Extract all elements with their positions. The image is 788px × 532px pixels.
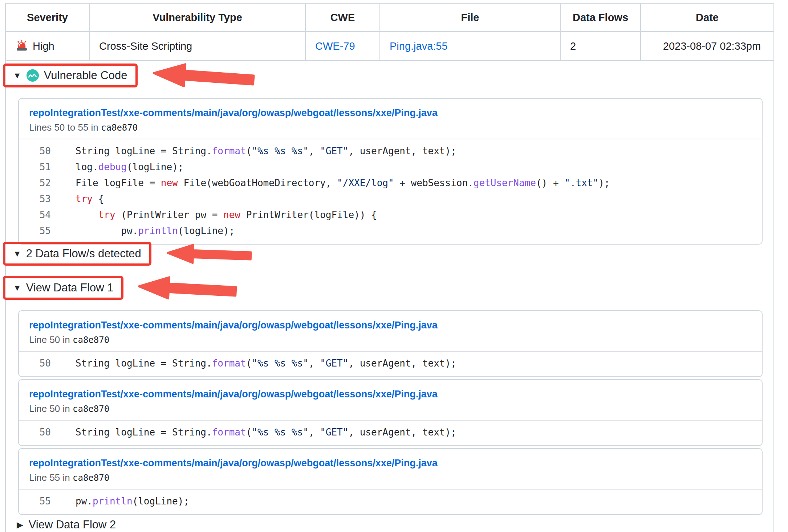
data-flow-step-panel: repoIntegrationTest/xxe-comments/main/ja…	[18, 310, 763, 377]
commit-hash: ca8e870	[73, 335, 109, 345]
table-row: High Cross-Site Scripting CWE-79 Ping.ja…	[5, 32, 774, 61]
header-data-flows: Data Flows	[560, 3, 641, 32]
code-text: File logFile = new File(webGoatHomeDirec…	[51, 175, 610, 191]
line-info: Lines 50 to 55 in ca8e870	[29, 122, 752, 134]
annotation-highlight-box: ▼ 2 Data Flow/s detected	[3, 242, 151, 266]
vulnerability-report: Severity Vulnerability Type CWE File Dat…	[5, 3, 774, 532]
code-area: 55pw.println(logLine);	[19, 490, 762, 514]
section-label: 2 Data Flow/s detected	[26, 247, 141, 260]
line-number: 55	[19, 493, 51, 509]
header-severity: Severity	[5, 3, 89, 32]
vulnerability-summary-table: Severity Vulnerability Type CWE File Dat…	[5, 3, 774, 61]
red-arrow-icon	[166, 241, 252, 268]
code-line: 52File logFile = new File(webGoatHomeDir…	[19, 175, 762, 191]
file-link[interactable]: Ping.java:55	[390, 40, 448, 52]
code-text: String logLine = String.format("%s %s %s…	[51, 143, 456, 159]
code-text: pw.println(logLine);	[51, 493, 189, 509]
view-data-flow-2-section-header: ▶ View Data Flow 2	[17, 518, 116, 531]
file-path-link[interactable]: repoIntegrationTest/xxe-comments/main/ja…	[29, 319, 752, 331]
code-text: try (PrintWriter pw = new PrintWriter(lo…	[51, 207, 377, 223]
cwe-cell: CWE-79	[305, 32, 380, 61]
file-cell: Ping.java:55	[380, 32, 560, 61]
line-info: Line 55 in ca8e870	[29, 472, 752, 484]
mend-logo-icon	[26, 69, 39, 82]
file-path-link[interactable]: repoIntegrationTest/xxe-comments/main/ja…	[29, 107, 752, 119]
data-flows-section-header: ▼ 2 Data Flow/s detected	[3, 242, 151, 266]
header-file: File	[380, 3, 560, 32]
annotation-highlight-box: ▼ View Data Flow 1	[3, 276, 123, 300]
file-path-link[interactable]: repoIntegrationTest/xxe-comments/main/ja…	[29, 457, 752, 469]
cwe-link[interactable]: CWE-79	[315, 40, 355, 52]
triangle-right-icon: ▶	[17, 521, 23, 529]
code-line: 55pw.println(logLine);	[19, 493, 762, 509]
code-line: 54 try (PrintWriter pw = new PrintWriter…	[19, 207, 762, 223]
triangle-down-icon: ▼	[13, 71, 21, 80]
line-number: 50	[19, 143, 51, 159]
line-number: 50	[19, 355, 51, 371]
code-line: 50String logLine = String.format("%s %s …	[19, 143, 762, 159]
file-path-link[interactable]: repoIntegrationTest/xxe-comments/main/ja…	[29, 388, 752, 400]
siren-icon	[15, 40, 28, 52]
red-arrow-icon	[152, 60, 256, 93]
table-header-row: Severity Vulnerability Type CWE File Dat…	[5, 3, 774, 32]
severity-value: High	[33, 40, 54, 52]
line-number: 54	[19, 207, 51, 223]
severity-cell: High	[5, 32, 89, 61]
vulnerability-type-cell: Cross-Site Scripting	[89, 32, 305, 61]
code-panel-header: repoIntegrationTest/xxe-comments/main/ja…	[19, 380, 762, 420]
code-text: try {	[51, 191, 104, 207]
line-info: Line 50 in ca8e870	[29, 334, 752, 346]
section-label: View Data Flow 1	[26, 281, 114, 294]
red-arrow-icon	[134, 274, 241, 304]
vulnerable-code-section-header: ▼ Vulnerable Code	[3, 64, 138, 87]
code-text: pw.println(logLine);	[51, 223, 235, 239]
code-area: 50String logLine = String.format("%s %s …	[19, 352, 762, 376]
line-number: 51	[19, 159, 51, 175]
vulnerable-code-panel: repoIntegrationTest/xxe-comments/main/ja…	[18, 98, 763, 245]
annotation-highlight-box: ▼ Vulnerable Code	[3, 64, 138, 87]
code-panel-header: repoIntegrationTest/xxe-comments/main/ja…	[19, 311, 762, 351]
code-text: log.debug(logLine);	[51, 159, 183, 175]
code-text: String logLine = String.format("%s %s %s…	[51, 355, 456, 371]
header-cwe: CWE	[305, 3, 380, 32]
triangle-down-icon: ▼	[13, 250, 21, 258]
line-number: 50	[19, 424, 51, 440]
code-area: 50String logLine = String.format("%s %s …	[19, 139, 762, 244]
line-number: 52	[19, 175, 51, 191]
line-number: 53	[19, 191, 51, 207]
header-date: Date	[641, 3, 774, 32]
triangle-down-icon: ▼	[13, 284, 21, 292]
commit-hash: ca8e870	[73, 473, 109, 483]
commit-hash: ca8e870	[73, 404, 109, 414]
commit-hash: ca8e870	[101, 123, 138, 133]
section-label: View Data Flow 2	[29, 518, 116, 531]
line-number: 55	[19, 223, 51, 239]
code-line: 50String logLine = String.format("%s %s …	[19, 355, 762, 371]
code-panel-header: repoIntegrationTest/xxe-comments/main/ja…	[19, 449, 762, 489]
code-line: 51log.debug(logLine);	[19, 159, 762, 175]
view-data-flow-1-toggle[interactable]: ▼ View Data Flow 1	[13, 281, 113, 294]
code-text: String logLine = String.format("%s %s %s…	[51, 424, 456, 440]
view-data-flow-1-section-header: ▼ View Data Flow 1	[3, 276, 123, 300]
code-line: 55 pw.println(logLine);	[19, 223, 762, 239]
data-flow-step-panel: repoIntegrationTest/xxe-comments/main/ja…	[18, 379, 763, 446]
section-label: Vulnerable Code	[44, 69, 127, 82]
data-flows-cell: 2	[560, 32, 641, 61]
view-data-flow-2-toggle[interactable]: ▶ View Data Flow 2	[17, 518, 116, 531]
vulnerable-code-toggle[interactable]: ▼ Vulnerable Code	[13, 69, 127, 82]
date-cell: 2023-08-07 02:33pm	[641, 32, 774, 61]
code-line: 53try {	[19, 191, 762, 207]
code-line: 50String logLine = String.format("%s %s …	[19, 424, 762, 440]
code-area: 50String logLine = String.format("%s %s …	[19, 421, 762, 445]
code-panel-header: repoIntegrationTest/xxe-comments/main/ja…	[19, 99, 762, 139]
header-vulnerability-type: Vulnerability Type	[89, 3, 305, 32]
line-info: Line 50 in ca8e870	[29, 403, 752, 415]
data-flow-step-panel: repoIntegrationTest/xxe-comments/main/ja…	[18, 448, 763, 515]
data-flows-toggle[interactable]: ▼ 2 Data Flow/s detected	[13, 247, 141, 260]
